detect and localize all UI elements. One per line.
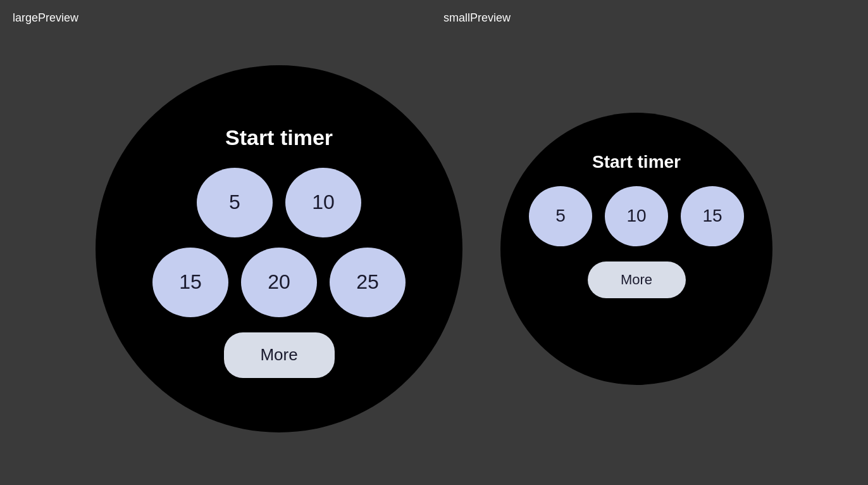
large-watch-row2: 15 20 25: [152, 248, 406, 317]
small-timer-button-15[interactable]: 15: [681, 186, 744, 246]
large-watch-preview: Start timer 5 10 15 20 25 More: [96, 65, 462, 432]
large-watch-title: Start timer: [225, 125, 333, 150]
small-timer-button-10[interactable]: 10: [605, 186, 668, 246]
small-more-button[interactable]: More: [588, 261, 686, 298]
large-watch-row1: 5 10: [197, 168, 361, 237]
small-watch-row1: 5 10 15: [529, 186, 744, 246]
large-timer-button-25[interactable]: 25: [330, 248, 406, 317]
large-timer-button-20[interactable]: 20: [241, 248, 317, 317]
large-preview-label: largePreview: [13, 11, 78, 24]
small-watch-title: Start timer: [592, 152, 681, 172]
small-watch-preview: Start timer 5 10 15 More: [500, 113, 772, 385]
large-timer-button-15[interactable]: 15: [152, 248, 228, 317]
large-timer-button-10[interactable]: 10: [285, 168, 361, 237]
small-preview-label: smallPreview: [443, 11, 511, 24]
small-timer-button-5[interactable]: 5: [529, 186, 592, 246]
large-more-button[interactable]: More: [224, 332, 335, 378]
large-watch-buttons: 5 10 15 20 25 More: [152, 168, 406, 378]
large-timer-button-5[interactable]: 5: [197, 168, 273, 237]
small-watch-buttons: 5 10 15 More: [529, 186, 744, 298]
